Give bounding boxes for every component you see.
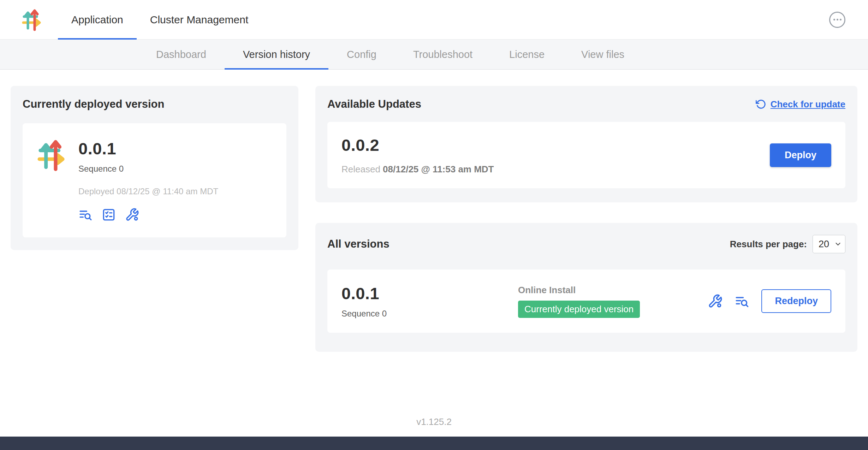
- deployed-action-icons: [78, 208, 218, 222]
- subnav-view-files-label: View files: [581, 49, 624, 60]
- deployed-version-info: 0.0.1 Sequence 0 Deployed 08/12/25 @ 11:…: [78, 139, 218, 222]
- deploy-button[interactable]: Deploy: [770, 143, 831, 167]
- tab-application[interactable]: Application: [58, 0, 137, 39]
- available-updates-title: Available Updates: [327, 98, 421, 111]
- edit-config-icon[interactable]: [125, 208, 139, 222]
- app-logo: [35, 139, 68, 222]
- currently-deployed-title: Currently deployed version: [23, 98, 286, 111]
- results-per-page-label: Results per page:: [730, 239, 807, 250]
- check-for-update-link[interactable]: Check for update: [756, 99, 845, 110]
- update-info: 0.0.2 Released 08/12/25 @ 11:53 am MDT: [341, 135, 494, 175]
- deploy-logs-icon[interactable]: [735, 294, 749, 309]
- released-timestamp: 08/12/25 @ 11:53 am MDT: [383, 164, 494, 174]
- right-column: Available Updates Check for update 0.0.2…: [315, 86, 857, 352]
- check-for-update-label: Check for update: [771, 99, 845, 110]
- subnav-dashboard-label: Dashboard: [156, 49, 206, 60]
- subnav-item-dashboard[interactable]: Dashboard: [138, 40, 225, 69]
- tab-cluster-management[interactable]: Cluster Management: [137, 0, 262, 39]
- subnav-license-label: License: [509, 49, 545, 60]
- tab-application-label: Application: [71, 14, 123, 26]
- row-actions: Redeploy: [708, 289, 831, 313]
- subnav-item-license[interactable]: License: [491, 40, 563, 69]
- currently-deployed-card: Currently deployed version: [11, 86, 298, 250]
- subnav-version-history-label: Version history: [243, 49, 310, 60]
- deployed-version-number: 0.0.1: [78, 139, 218, 158]
- subnav-item-troubleshoot[interactable]: Troubleshoot: [395, 40, 491, 69]
- row-install-info: Online Install Currently deployed versio…: [518, 285, 708, 318]
- subnav-config-label: Config: [347, 49, 376, 60]
- all-versions-title: All versions: [327, 238, 390, 250]
- results-per-page: Results per page: 20: [730, 235, 845, 253]
- row-version-info: 0.0.1 Sequence 0: [341, 284, 518, 319]
- edit-config-icon[interactable]: [708, 294, 723, 309]
- app-footer: v1.125.2: [0, 406, 868, 437]
- app-subnav: Dashboard Version history Config Trouble…: [0, 40, 868, 70]
- ellipsis-icon: [833, 19, 842, 20]
- primary-tabs: Application Cluster Management: [58, 0, 262, 39]
- row-version-number: 0.0.1: [341, 284, 518, 303]
- subnav-item-config[interactable]: Config: [328, 40, 395, 69]
- update-version-number: 0.0.2: [341, 135, 494, 155]
- subnav-item-version-history[interactable]: Version history: [225, 40, 328, 69]
- more-menu-button[interactable]: [829, 12, 845, 28]
- released-prefix: Released: [341, 164, 380, 174]
- deployed-badge: Currently deployed version: [518, 301, 640, 318]
- deployed-version-panel: 0.0.1 Sequence 0 Deployed 08/12/25 @ 11:…: [23, 123, 286, 237]
- results-per-page-select[interactable]: 20: [813, 235, 845, 253]
- page: Application Cluster Management Dashboard…: [0, 0, 868, 450]
- left-column: Currently deployed version: [11, 86, 298, 250]
- release-notes-icon[interactable]: [102, 208, 116, 222]
- results-per-page-select-wrap: 20: [813, 235, 845, 253]
- tab-cluster-management-label: Cluster Management: [150, 14, 248, 26]
- deployed-sequence: Sequence 0: [78, 164, 218, 174]
- row-sequence: Sequence 0: [341, 309, 518, 319]
- deployed-timestamp: Deployed 08/12/25 @ 11:40 am MDT: [78, 186, 218, 196]
- subnav-item-view-files[interactable]: View files: [563, 40, 643, 69]
- app-logo-arrows-icon: [20, 8, 43, 31]
- app-logo-arrows-icon: [35, 139, 68, 171]
- subnav-troubleshoot-label: Troubleshoot: [413, 49, 472, 60]
- available-updates-card: Available Updates Check for update 0.0.2…: [315, 86, 857, 202]
- deploy-logs-icon[interactable]: [78, 208, 93, 222]
- refresh-ccw-icon: [756, 99, 766, 109]
- install-type-label: Online Install: [518, 285, 708, 296]
- all-versions-card: All versions Results per page: 20: [315, 223, 857, 352]
- app-logo: [20, 0, 43, 39]
- main-content: Currently deployed version: [0, 70, 868, 406]
- app-version-label: v1.125.2: [416, 416, 452, 427]
- update-row: 0.0.2 Released 08/12/25 @ 11:53 am MDT D…: [327, 122, 845, 188]
- update-released-text: Released 08/12/25 @ 11:53 am MDT: [341, 164, 494, 175]
- bottom-bar: [0, 437, 868, 450]
- version-row: 0.0.1 Sequence 0 Online Install Currentl…: [327, 270, 845, 333]
- redeploy-button[interactable]: Redeploy: [761, 289, 831, 313]
- app-header: Application Cluster Management: [0, 0, 868, 40]
